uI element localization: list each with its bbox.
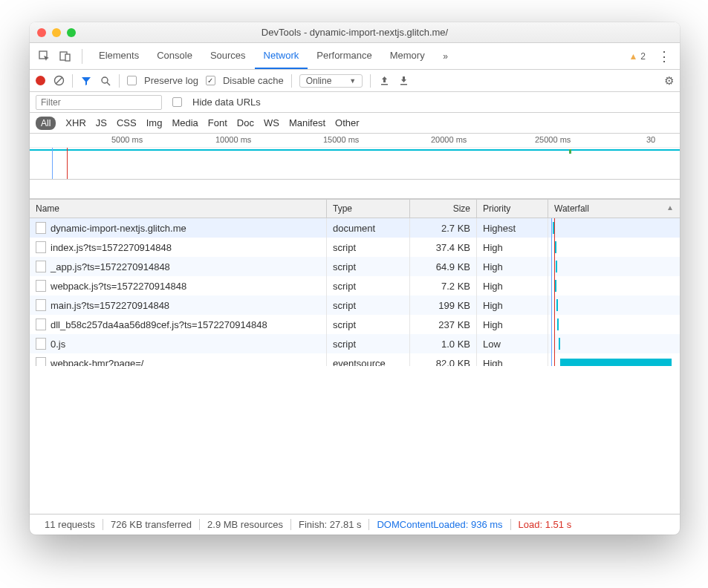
request-priority: High bbox=[477, 257, 548, 276]
request-type: script bbox=[327, 315, 410, 334]
timeline-label: 5000 ms bbox=[111, 135, 143, 144]
request-waterfall bbox=[548, 334, 680, 353]
filter-row: Hide data URLs bbox=[30, 92, 680, 113]
type-filter-ws[interactable]: WS bbox=[264, 117, 279, 128]
throttling-select[interactable]: Online ▼ bbox=[299, 74, 363, 88]
clear-icon[interactable] bbox=[53, 75, 65, 87]
warnings-badge[interactable]: ▲ 2 bbox=[629, 51, 646, 62]
request-row[interactable]: _app.js?ts=1572270914848script64.9 KBHig… bbox=[30, 257, 680, 276]
request-type: document bbox=[327, 218, 410, 238]
preserve-log-checkbox[interactable] bbox=[127, 76, 137, 85]
type-filter-doc[interactable]: Doc bbox=[237, 117, 254, 128]
file-icon bbox=[36, 318, 46, 330]
type-filter-css[interactable]: CSS bbox=[117, 117, 137, 128]
file-icon bbox=[36, 261, 46, 272]
request-waterfall bbox=[548, 315, 680, 334]
inspect-icon[interactable] bbox=[36, 48, 53, 65]
request-size: 2.7 KB bbox=[410, 218, 477, 238]
col-size[interactable]: Size bbox=[410, 200, 477, 218]
request-type: script bbox=[327, 257, 410, 276]
type-filter-media[interactable]: Media bbox=[172, 117, 198, 128]
search-icon[interactable] bbox=[100, 75, 111, 87]
status-bar: 11 requests 726 KB transferred 2.9 MB re… bbox=[30, 514, 680, 535]
request-row[interactable]: main.js?ts=1572270914848script199 KBHigh bbox=[30, 295, 680, 315]
type-filter-row: AllXHRJSCSSImgMediaFontDocWSManifestOthe… bbox=[30, 113, 680, 134]
request-priority: High bbox=[477, 295, 548, 315]
tab-console[interactable]: Console bbox=[148, 43, 201, 69]
grid-header: Name Type Size Priority Waterfall▲ bbox=[30, 199, 680, 218]
window-title: DevTools - dynamic-import-nextjs.glitch.… bbox=[30, 27, 680, 38]
tab-elements[interactable]: Elements bbox=[90, 43, 148, 69]
col-type[interactable]: Type bbox=[327, 200, 410, 218]
filter-input[interactable] bbox=[36, 95, 162, 110]
titlebar: DevTools - dynamic-import-nextjs.glitch.… bbox=[30, 22, 680, 43]
chevron-down-icon: ▼ bbox=[349, 77, 356, 85]
upload-har-icon[interactable] bbox=[378, 75, 390, 87]
type-filter-xhr[interactable]: XHR bbox=[65, 117, 85, 128]
request-name: 0.js bbox=[51, 339, 65, 350]
type-filter-img[interactable]: Img bbox=[146, 117, 163, 128]
svg-line-4 bbox=[56, 77, 62, 84]
request-name: _app.js?ts=1572270914848 bbox=[51, 261, 170, 272]
request-name: dll_b58c257da4aa56d89cef.js?ts=157227091… bbox=[51, 319, 267, 330]
tab-performance[interactable]: Performance bbox=[308, 43, 380, 69]
warning-count: 2 bbox=[640, 51, 646, 62]
type-filter-other[interactable]: Other bbox=[335, 117, 360, 128]
kebab-menu-icon[interactable]: ⋮ bbox=[655, 48, 674, 65]
request-name: main.js?ts=1572270914848 bbox=[51, 300, 169, 311]
type-filter-font[interactable]: Font bbox=[208, 117, 227, 128]
tab-bar: ElementsConsoleSourcesNetworkPerformance… bbox=[30, 43, 680, 70]
close-button[interactable] bbox=[37, 28, 46, 37]
tab-memory[interactable]: Memory bbox=[381, 43, 434, 69]
type-filter-js[interactable]: JS bbox=[96, 117, 107, 128]
warning-icon: ▲ bbox=[629, 51, 637, 62]
filter-icon[interactable] bbox=[80, 75, 92, 87]
disable-cache-checkbox[interactable]: ✓ bbox=[206, 76, 215, 85]
status-requests: 11 requests bbox=[37, 519, 103, 530]
request-grid: dynamic-import-nextjs.glitch.medocument2… bbox=[30, 218, 680, 366]
minimize-button[interactable] bbox=[52, 28, 61, 37]
status-dcl: DOMContentLoaded: 936 ms bbox=[369, 519, 510, 530]
more-tabs-button[interactable]: » bbox=[437, 48, 455, 65]
col-name[interactable]: Name bbox=[30, 200, 327, 218]
request-row[interactable]: webpack.js?ts=1572270914848script7.2 KBH… bbox=[30, 276, 680, 295]
file-icon bbox=[36, 241, 46, 253]
request-row[interactable]: dynamic-import-nextjs.glitch.medocument2… bbox=[30, 218, 680, 238]
request-name: index.js?ts=1572270914848 bbox=[51, 242, 172, 253]
panel-tabs: ElementsConsoleSourcesNetworkPerformance… bbox=[90, 43, 434, 69]
col-priority[interactable]: Priority bbox=[477, 200, 548, 218]
traffic-lights bbox=[37, 28, 76, 37]
request-priority: High bbox=[477, 315, 548, 334]
request-row[interactable]: webpack-hmr?page=/eventsource82.0 KBHigh bbox=[30, 353, 680, 366]
timeline-overview[interactable]: 5000 ms10000 ms15000 ms20000 ms25000 ms3… bbox=[30, 134, 680, 180]
request-size: 199 KB bbox=[410, 295, 477, 315]
record-button[interactable] bbox=[36, 76, 45, 85]
request-row[interactable]: 0.jsscript1.0 KBLow bbox=[30, 334, 680, 353]
preserve-log-label: Preserve log bbox=[144, 75, 198, 86]
device-toggle-icon[interactable] bbox=[56, 48, 74, 65]
network-toolbar: Preserve log ✓ Disable cache Online ▼ ⚙ bbox=[30, 70, 680, 92]
type-filter-manifest[interactable]: Manifest bbox=[289, 117, 325, 128]
request-priority: High bbox=[477, 276, 548, 295]
file-icon bbox=[36, 357, 46, 366]
devtools-window: DevTools - dynamic-import-nextjs.glitch.… bbox=[30, 22, 680, 535]
request-waterfall bbox=[548, 218, 680, 238]
request-size: 64.9 KB bbox=[410, 257, 477, 276]
type-filter-all[interactable]: All bbox=[36, 117, 56, 130]
request-priority: High bbox=[477, 238, 548, 257]
maximize-button[interactable] bbox=[67, 28, 76, 37]
settings-icon[interactable]: ⚙ bbox=[664, 74, 674, 88]
hide-data-urls-checkbox[interactable] bbox=[172, 97, 182, 107]
download-har-icon[interactable] bbox=[397, 75, 409, 87]
request-row[interactable]: dll_b58c257da4aa56d89cef.js?ts=157227091… bbox=[30, 315, 680, 334]
request-row[interactable]: index.js?ts=1572270914848script37.4 KBHi… bbox=[30, 238, 680, 257]
request-priority: Low bbox=[477, 334, 548, 353]
tab-sources[interactable]: Sources bbox=[201, 43, 255, 69]
col-waterfall[interactable]: Waterfall▲ bbox=[548, 200, 680, 218]
file-icon bbox=[36, 222, 46, 234]
request-name: webpack-hmr?page=/ bbox=[51, 358, 143, 367]
request-waterfall bbox=[548, 276, 680, 295]
status-transferred: 726 KB transferred bbox=[103, 519, 200, 530]
request-waterfall bbox=[548, 238, 680, 257]
tab-network[interactable]: Network bbox=[255, 43, 308, 69]
